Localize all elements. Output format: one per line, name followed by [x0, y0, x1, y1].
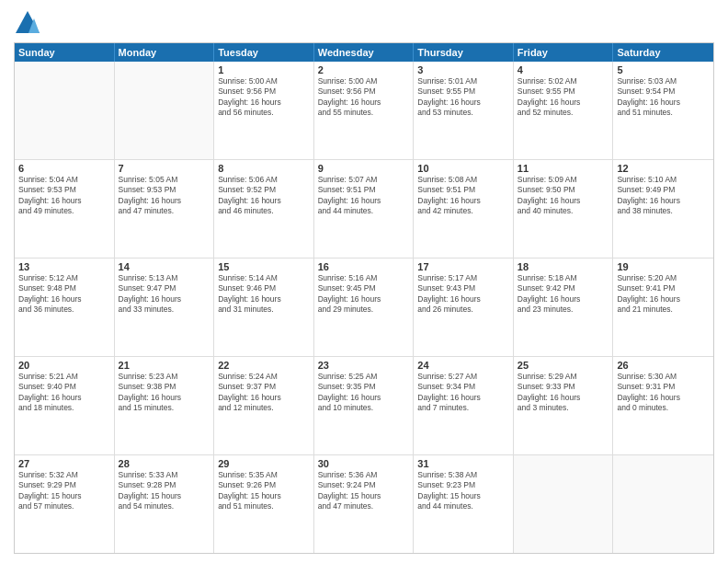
calendar-cell: 3Sunrise: 5:01 AM Sunset: 9:55 PM Daylig…	[414, 62, 514, 159]
day-info: Sunrise: 5:24 AM Sunset: 9:37 PM Dayligh…	[218, 372, 310, 414]
day-info: Sunrise: 5:27 AM Sunset: 9:34 PM Dayligh…	[417, 372, 509, 414]
day-info: Sunrise: 5:36 AM Sunset: 9:24 PM Dayligh…	[318, 470, 410, 512]
day-number: 25	[518, 360, 609, 371]
day-info: Sunrise: 5:20 AM Sunset: 9:41 PM Dayligh…	[617, 273, 710, 316]
day-info: Sunrise: 5:38 AM Sunset: 9:23 PM Dayligh…	[417, 470, 509, 512]
calendar-cell: 11Sunrise: 5:09 AM Sunset: 9:50 PM Dayli…	[514, 160, 614, 258]
page: SundayMondayTuesdayWednesdayThursdayFrid…	[0, 0, 728, 563]
day-info: Sunrise: 5:04 AM Sunset: 9:53 PM Dayligh…	[18, 175, 110, 217]
day-info: Sunrise: 5:09 AM Sunset: 9:50 PM Dayligh…	[518, 175, 609, 217]
day-info: Sunrise: 5:35 AM Sunset: 9:26 PM Dayligh…	[218, 470, 310, 512]
day-info: Sunrise: 5:00 AM Sunset: 9:56 PM Dayligh…	[318, 76, 410, 119]
day-info: Sunrise: 5:02 AM Sunset: 9:55 PM Dayligh…	[518, 76, 609, 119]
calendar-cell: 27Sunrise: 5:32 AM Sunset: 9:29 PM Dayli…	[15, 455, 115, 553]
calendar-cell: 20Sunrise: 5:21 AM Sunset: 9:40 PM Dayli…	[15, 357, 115, 454]
day-number: 24	[417, 360, 509, 371]
calendar-cell: 23Sunrise: 5:25 AM Sunset: 9:35 PM Dayli…	[314, 357, 415, 454]
day-info: Sunrise: 5:21 AM Sunset: 9:40 PM Dayligh…	[18, 372, 110, 414]
calendar-cell	[514, 455, 614, 553]
day-info: Sunrise: 5:25 AM Sunset: 9:35 PM Dayligh…	[318, 372, 410, 414]
calendar-cell: 8Sunrise: 5:06 AM Sunset: 9:52 PM Daylig…	[214, 160, 314, 258]
calendar: SundayMondayTuesdayWednesdayThursdayFrid…	[14, 42, 714, 554]
calendar-cell: 19Sunrise: 5:20 AM Sunset: 9:41 PM Dayli…	[613, 259, 713, 356]
day-info: Sunrise: 5:33 AM Sunset: 9:28 PM Dayligh…	[119, 470, 210, 512]
day-number: 26	[617, 360, 710, 371]
day-number: 14	[119, 261, 210, 272]
calendar-cell: 22Sunrise: 5:24 AM Sunset: 9:37 PM Dayli…	[214, 357, 314, 454]
calendar-cell: 5Sunrise: 5:03 AM Sunset: 9:54 PM Daylig…	[613, 62, 713, 159]
day-info: Sunrise: 5:01 AM Sunset: 9:55 PM Dayligh…	[417, 76, 509, 119]
day-number: 31	[417, 458, 509, 469]
day-number: 5	[617, 64, 710, 75]
day-info: Sunrise: 5:06 AM Sunset: 9:52 PM Dayligh…	[218, 175, 310, 217]
calendar-cell: 28Sunrise: 5:33 AM Sunset: 9:28 PM Dayli…	[115, 455, 215, 553]
calendar-cell: 25Sunrise: 5:29 AM Sunset: 9:33 PM Dayli…	[514, 357, 614, 454]
day-info: Sunrise: 5:16 AM Sunset: 9:45 PM Dayligh…	[318, 273, 410, 316]
calendar-cell: 21Sunrise: 5:23 AM Sunset: 9:38 PM Dayli…	[115, 357, 215, 454]
day-info: Sunrise: 5:14 AM Sunset: 9:46 PM Dayligh…	[218, 273, 310, 316]
calendar-row: 27Sunrise: 5:32 AM Sunset: 9:29 PM Dayli…	[15, 454, 713, 553]
day-number: 3	[417, 64, 509, 75]
day-number: 15	[218, 261, 310, 272]
day-info: Sunrise: 5:10 AM Sunset: 9:49 PM Dayligh…	[617, 175, 710, 217]
calendar-cell: 10Sunrise: 5:08 AM Sunset: 9:51 PM Dayli…	[414, 160, 514, 258]
header-day: Thursday	[414, 43, 514, 62]
calendar-cell: 12Sunrise: 5:10 AM Sunset: 9:49 PM Dayli…	[613, 160, 713, 258]
day-number: 4	[518, 64, 609, 75]
day-info: Sunrise: 5:03 AM Sunset: 9:54 PM Dayligh…	[617, 76, 710, 119]
calendar-cell: 1Sunrise: 5:00 AM Sunset: 9:56 PM Daylig…	[214, 62, 314, 159]
day-number: 2	[318, 64, 410, 75]
day-number: 1	[218, 64, 310, 75]
calendar-cell: 9Sunrise: 5:07 AM Sunset: 9:51 PM Daylig…	[314, 160, 415, 258]
day-info: Sunrise: 5:23 AM Sunset: 9:38 PM Dayligh…	[119, 372, 210, 414]
logo-icon	[14, 9, 41, 37]
calendar-cell: 2Sunrise: 5:00 AM Sunset: 9:56 PM Daylig…	[314, 62, 415, 159]
day-info: Sunrise: 5:18 AM Sunset: 9:42 PM Dayligh…	[518, 273, 609, 316]
calendar-header: SundayMondayTuesdayWednesdayThursdayFrid…	[15, 43, 713, 62]
day-number: 28	[119, 458, 210, 469]
header-day: Friday	[514, 43, 614, 62]
day-info: Sunrise: 5:07 AM Sunset: 9:51 PM Dayligh…	[318, 175, 410, 217]
header-day: Saturday	[613, 43, 713, 62]
header-day: Sunday	[15, 43, 115, 62]
day-info: Sunrise: 5:12 AM Sunset: 9:48 PM Dayligh…	[18, 273, 110, 316]
header	[14, 9, 714, 37]
calendar-row: 1Sunrise: 5:00 AM Sunset: 9:56 PM Daylig…	[15, 62, 713, 159]
day-info: Sunrise: 5:30 AM Sunset: 9:31 PM Dayligh…	[617, 372, 710, 414]
day-number: 11	[518, 163, 609, 174]
calendar-row: 13Sunrise: 5:12 AM Sunset: 9:48 PM Dayli…	[15, 258, 713, 356]
calendar-cell	[15, 62, 115, 159]
calendar-cell: 7Sunrise: 5:05 AM Sunset: 9:53 PM Daylig…	[115, 160, 215, 258]
header-day: Wednesday	[314, 43, 415, 62]
calendar-cell: 29Sunrise: 5:35 AM Sunset: 9:26 PM Dayli…	[214, 455, 314, 553]
day-info: Sunrise: 5:05 AM Sunset: 9:53 PM Dayligh…	[119, 175, 210, 217]
day-number: 30	[318, 458, 410, 469]
day-number: 17	[417, 261, 509, 272]
calendar-row: 20Sunrise: 5:21 AM Sunset: 9:40 PM Dayli…	[15, 356, 713, 454]
day-info: Sunrise: 5:13 AM Sunset: 9:47 PM Dayligh…	[119, 273, 210, 316]
day-number: 13	[18, 261, 110, 272]
day-info: Sunrise: 5:29 AM Sunset: 9:33 PM Dayligh…	[518, 372, 609, 414]
day-number: 23	[318, 360, 410, 371]
day-number: 19	[617, 261, 710, 272]
day-number: 20	[18, 360, 110, 371]
calendar-row: 6Sunrise: 5:04 AM Sunset: 9:53 PM Daylig…	[15, 159, 713, 258]
header-day: Tuesday	[214, 43, 314, 62]
day-info: Sunrise: 5:32 AM Sunset: 9:29 PM Dayligh…	[18, 470, 110, 512]
calendar-cell: 17Sunrise: 5:17 AM Sunset: 9:43 PM Dayli…	[414, 259, 514, 356]
day-number: 21	[119, 360, 210, 371]
day-info: Sunrise: 5:00 AM Sunset: 9:56 PM Dayligh…	[218, 76, 310, 119]
day-number: 7	[119, 163, 210, 174]
calendar-cell: 4Sunrise: 5:02 AM Sunset: 9:55 PM Daylig…	[514, 62, 614, 159]
calendar-cell: 13Sunrise: 5:12 AM Sunset: 9:48 PM Dayli…	[15, 259, 115, 356]
calendar-cell: 16Sunrise: 5:16 AM Sunset: 9:45 PM Dayli…	[314, 259, 415, 356]
calendar-cell	[613, 455, 713, 553]
header-day: Monday	[115, 43, 215, 62]
calendar-body: 1Sunrise: 5:00 AM Sunset: 9:56 PM Daylig…	[15, 62, 713, 553]
day-number: 8	[218, 163, 310, 174]
calendar-cell: 31Sunrise: 5:38 AM Sunset: 9:23 PM Dayli…	[414, 455, 514, 553]
calendar-cell: 26Sunrise: 5:30 AM Sunset: 9:31 PM Dayli…	[613, 357, 713, 454]
day-number: 22	[218, 360, 310, 371]
day-info: Sunrise: 5:08 AM Sunset: 9:51 PM Dayligh…	[417, 175, 509, 217]
day-number: 29	[218, 458, 310, 469]
